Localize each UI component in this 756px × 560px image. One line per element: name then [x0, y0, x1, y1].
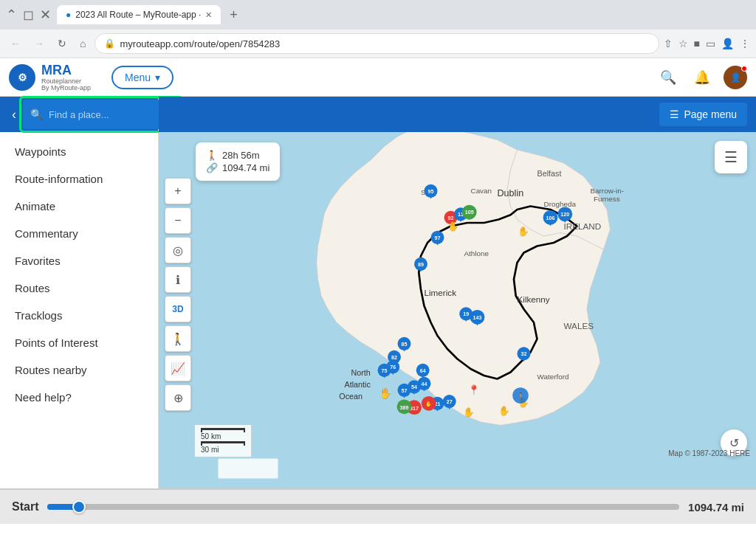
avatar[interactable]: 👤 [724, 66, 747, 89]
progress-track[interactable] [47, 504, 679, 510]
svg-text:120: 120 [560, 211, 569, 218]
distance-icon: 🔗 [206, 162, 218, 173]
svg-point-28 [518, 347, 531, 360]
poi-hand-6: ✋ [447, 221, 459, 232]
svg-text:✋: ✋ [425, 401, 432, 407]
map-layers-button[interactable]: ☰ [715, 141, 747, 173]
svg-point-1 [398, 337, 411, 350]
page-menu-button[interactable]: ☰ Page menu [659, 103, 747, 126]
find-place-input[interactable] [49, 109, 173, 120]
threed-button[interactable]: 3D [165, 296, 191, 322]
duration-icon: 🚶 [206, 150, 218, 161]
tab-close-button[interactable]: ✕ [205, 10, 212, 20]
svg-marker-17 [411, 389, 418, 395]
sidebar-item-points-of-interest[interactable]: Points of Interest [0, 329, 158, 356]
browser-titlebar: ⌃ ◻ ✕ ● 2023 All Route – MyRoute-app · ✕… [0, 0, 756, 30]
svg-marker-26 [446, 404, 453, 409]
chart-button[interactable]: 📈 [165, 355, 191, 381]
map-copyright: Map © 1987-2023 HERE [668, 449, 750, 457]
sidebar-nav: Waypoints Route-information Animate Comm… [0, 132, 158, 488]
poi-hand-5: ✋ [518, 397, 529, 409]
zoom-in-button[interactable]: + [165, 178, 191, 204]
svg-marker-35 [562, 216, 568, 223]
svg-point-49 [414, 257, 427, 271]
sidebar-item-routes[interactable]: Routes [0, 274, 158, 302]
window-controls[interactable]: ⌃ ◻ ✕ [6, 7, 51, 23]
cavan-label: Cavan [471, 187, 492, 195]
poi-hand-2: ✋ [411, 404, 423, 415]
notification-dot [741, 66, 747, 72]
map-controls: + − ◎ ℹ 3D 🚶 📈 [165, 178, 191, 411]
furness-label: Furness [594, 195, 620, 203]
logo-mra-text: MRA [41, 63, 91, 78]
sidebar-item-animate[interactable]: Animate [0, 193, 158, 220]
profile-icon[interactable]: 👤 [721, 38, 734, 49]
info-button[interactable]: ℹ [165, 266, 191, 293]
svg-text:🚶: 🚶 [517, 392, 526, 401]
sidebar-item-favorites[interactable]: Favorites [0, 247, 158, 274]
sidebar-item-waypoints[interactable]: Waypoints [0, 138, 158, 165]
dublin-label: Dublin [498, 188, 524, 198]
window-close[interactable]: ✕ [40, 7, 51, 23]
location-button[interactable]: ◎ [165, 237, 191, 263]
bottom-bar: Start 1094.74 mi [0, 488, 756, 524]
svg-text:317: 317 [410, 405, 419, 412]
svg-text:57: 57 [402, 387, 408, 394]
address-bar[interactable]: 🔒 myrouteapp.com/route/open/7854283 [94, 33, 659, 54]
back-button[interactable]: ← [6, 35, 25, 52]
logo-circle: ⚙ [9, 64, 35, 91]
svg-text:75: 75 [382, 367, 388, 374]
svg-text:82: 82 [391, 354, 397, 361]
sidebar-item-commentary[interactable]: Commentary [0, 220, 158, 247]
threed-icon: 3D [172, 304, 183, 314]
svg-text:21: 21 [435, 401, 441, 407]
search-icon[interactable]: 🔍 [656, 65, 681, 90]
svg-point-58 [425, 184, 438, 198]
zoom-out-button[interactable]: − [165, 207, 191, 234]
svg-point-19 [418, 377, 431, 390]
split-view-icon[interactable]: ▭ [706, 38, 715, 49]
route-info-panel: 🚶 28h 56m 🔗 1094.74 mi [196, 142, 280, 181]
reload-button[interactable]: ↻ [53, 35, 71, 52]
svg-marker-50 [418, 266, 425, 272]
window-restore[interactable]: ◻ [23, 7, 34, 23]
home-button[interactable]: ⌂ [75, 35, 90, 52]
page-menu-label: Page menu [684, 108, 737, 120]
new-tab-button[interactable]: + [227, 4, 241, 26]
sidebar-item-poi-label: Points of Interest [15, 336, 98, 349]
browser-menu-icon[interactable]: ⋮ [740, 38, 750, 49]
window-minimize[interactable]: ⌃ [6, 7, 17, 23]
forward-button[interactable]: → [30, 35, 49, 52]
progress-thumb[interactable] [72, 500, 86, 514]
sidebar-item-need-help[interactable]: Need help? [0, 384, 158, 411]
sidebar-item-animate-label: Animate [15, 200, 55, 212]
share-icon[interactable]: ⇧ [664, 38, 673, 49]
svg-marker-20 [421, 386, 427, 392]
layers-icon: ☰ [724, 148, 738, 166]
app-header: ⚙ MRA Routeplanner By MyRoute-app Menu ▾… [0, 58, 756, 97]
sidebar-back-button[interactable]: ‹ [12, 107, 16, 122]
svg-marker-11 [390, 369, 396, 375]
sidebar-header: ‹ 🔍 [0, 97, 158, 132]
bookmark-icon[interactable]: ☆ [678, 38, 688, 49]
menu-button[interactable]: Menu ▾ [111, 66, 173, 89]
zoom-in-icon: + [174, 184, 181, 198]
sidebar-item-route-information[interactable]: Route-information [0, 165, 158, 193]
logo-text-block: MRA Routeplanner By MyRoute-app [41, 63, 91, 91]
svg-point-46 [462, 205, 477, 220]
svg-marker-29 [520, 356, 527, 362]
svg-text:44: 44 [422, 381, 427, 387]
map-area[interactable]: ☰ Page menu Dublin [159, 97, 756, 488]
compass-button[interactable]: ⊕ [165, 384, 191, 411]
pedestrian-button[interactable]: 🚶 [165, 325, 191, 352]
sidebar-item-routes-nearby[interactable]: Routes nearby [0, 356, 158, 384]
sidebar-item-tracklogs[interactable]: Tracklogs [0, 302, 158, 329]
svg-marker-59 [427, 193, 434, 199]
barrow-label: Barrow-in- [591, 187, 625, 195]
sidebar-item-waypoints-label: Waypoints [15, 145, 66, 158]
dundalk-label: Drogheda [544, 200, 577, 208]
extensions-icon[interactable]: ■ [694, 38, 700, 49]
browser-tab-active[interactable]: ● 2023 All Route – MyRoute-app · ✕ [57, 5, 221, 24]
location-icon: ◎ [173, 243, 183, 257]
notification-bell-icon[interactable]: 🔔 [690, 65, 715, 90]
